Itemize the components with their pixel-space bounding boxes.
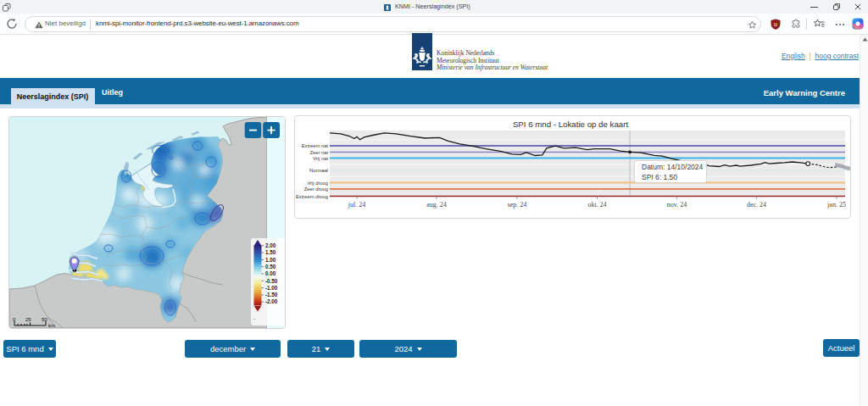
svg-text:Extreem droog: Extreem droog bbox=[296, 194, 328, 199]
svg-text:-1.50: -1.50 bbox=[265, 292, 278, 298]
svg-text:SPI 6 mnd - Lokatie op de kaar: SPI 6 mnd - Lokatie op de kaart bbox=[513, 120, 629, 129]
svg-text:1.00: 1.00 bbox=[265, 257, 276, 263]
svg-text:25: 25 bbox=[25, 317, 31, 322]
svg-text:Zeer droog: Zeer droog bbox=[304, 186, 328, 192]
svg-text:jan. 25: jan. 25 bbox=[826, 201, 846, 209]
svg-text:Vrij nat: Vrij nat bbox=[313, 156, 328, 161]
svg-text:u: u bbox=[774, 21, 777, 27]
svg-text:dec. 24: dec. 24 bbox=[747, 201, 766, 209]
svg-text:aug. 24: aug. 24 bbox=[426, 201, 447, 209]
svg-text:okt. 24: okt. 24 bbox=[587, 201, 606, 209]
svg-text:0.50: 0.50 bbox=[265, 264, 276, 270]
svg-text:-1.00: -1.00 bbox=[265, 285, 278, 291]
svg-text:-: - bbox=[253, 316, 255, 321]
svg-text:Vrij droog: Vrij droog bbox=[307, 181, 328, 186]
svg-text:2.00: 2.00 bbox=[265, 242, 276, 248]
svg-text:Extreem nat: Extreem nat bbox=[302, 143, 329, 148]
svg-text:jul. 24: jul. 24 bbox=[348, 201, 365, 209]
svg-text:-0.50: -0.50 bbox=[265, 278, 278, 284]
svg-text:50: 50 bbox=[42, 317, 47, 322]
svg-text:Zeer nat: Zeer nat bbox=[309, 150, 328, 155]
svg-text:0.00: 0.00 bbox=[265, 270, 276, 276]
svg-text:nov. 24: nov. 24 bbox=[667, 201, 687, 209]
svg-text:-2.00: -2.00 bbox=[265, 298, 278, 304]
svg-text:1.50: 1.50 bbox=[265, 249, 276, 255]
svg-text:km: km bbox=[48, 323, 55, 328]
svg-text:Normaal: Normaal bbox=[309, 168, 328, 173]
svg-text:sep. 24: sep. 24 bbox=[508, 201, 527, 209]
